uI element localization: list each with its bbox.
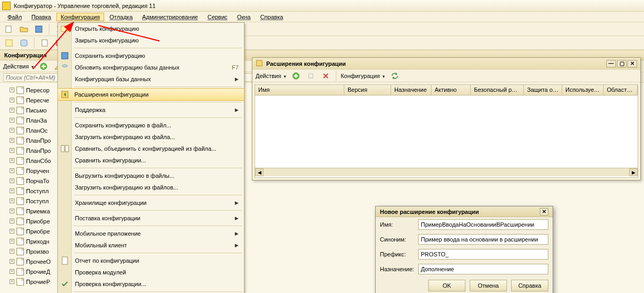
expand-icon[interactable]: +	[10, 88, 14, 92]
expand-icon[interactable]: +	[10, 178, 14, 183]
expand-icon[interactable]: +	[10, 158, 14, 163]
col-name[interactable]: Имя	[255, 85, 344, 95]
tb2-tree-icon[interactable]	[3, 37, 15, 49]
menu-check-config[interactable]: Проверка конфигурации...	[58, 278, 244, 290]
menu-save-file[interactable]: Сохранить конфигурацию в файл...	[58, 119, 244, 131]
menu-export-files[interactable]: Выгрузить конфигурацию в файлы...	[58, 170, 244, 182]
menu-admin[interactable]: Администрирование	[138, 13, 202, 21]
menu-check-modules[interactable]: Проверка модулей	[58, 266, 244, 278]
minimize-button[interactable]: —	[606, 60, 616, 67]
svg-rect-9	[42, 40, 47, 46]
menu-debug[interactable]: Отладка	[105, 13, 137, 21]
expand-icon[interactable]: +	[10, 148, 14, 153]
svg-rect-23	[257, 60, 262, 66]
menu-file[interactable]: Файл	[3, 13, 26, 21]
ok-button[interactable]: OK	[428, 280, 465, 291]
menu-db-config[interactable]: Конфигурация базы данных▶	[58, 73, 244, 85]
ext-delete-button[interactable]	[320, 70, 332, 82]
document-icon	[16, 157, 24, 165]
input-purpose[interactable]	[418, 264, 548, 274]
ext-grid[interactable]: Имя Версия Назначение Активно Безопасный…	[255, 84, 638, 178]
ext-copy-button[interactable]	[305, 70, 317, 82]
dlg-close-button[interactable]: ✕	[540, 208, 548, 216]
grid-hscroll[interactable]: ◀▶	[255, 168, 638, 176]
col-version[interactable]: Версия	[344, 85, 391, 95]
ext-refresh-button[interactable]	[389, 70, 401, 82]
col-active[interactable]: Активно	[431, 85, 471, 95]
expand-icon[interactable]: +	[10, 98, 14, 102]
expand-icon[interactable]: +	[10, 219, 14, 223]
menu-extensions[interactable]: Расширения конфигурации	[57, 88, 244, 101]
tb-save-icon[interactable]	[33, 23, 45, 35]
col-scope[interactable]: Область ...	[604, 85, 638, 95]
expand-icon[interactable]: +	[10, 269, 14, 274]
tree-label: ПорчаТо	[26, 178, 49, 184]
menu-import-files[interactable]: Загрузить конфигурацию из файлов...	[58, 182, 244, 193]
menu-edit[interactable]: Правка	[27, 13, 55, 21]
input-name[interactable]	[418, 219, 548, 230]
tb2-clipboard-icon[interactable]	[39, 37, 50, 49]
expand-icon[interactable]: +	[10, 168, 14, 173]
expand-icon[interactable]: +	[10, 128, 14, 133]
col-purpose[interactable]: Назначение	[391, 85, 431, 95]
expand-icon[interactable]: +	[10, 259, 14, 264]
input-prefix[interactable]	[418, 249, 548, 260]
tree-label: Пересче	[26, 97, 49, 104]
ext-config-dropdown[interactable]: Конфигурация ▼	[341, 73, 386, 79]
expand-icon[interactable]: +	[10, 188, 14, 193]
document-icon	[16, 97, 24, 104]
expand-icon[interactable]: +	[10, 138, 14, 143]
col-protect[interactable]: Защита от ...	[524, 85, 562, 95]
menu-repo[interactable]: Хранилище конфигурации▶	[58, 197, 244, 209]
expand-icon[interactable]: +	[10, 209, 14, 213]
menu-config[interactable]: Конфигурация	[56, 13, 104, 21]
menu-support[interactable]: Поддержка▶	[58, 104, 244, 116]
cancel-button[interactable]: Отмена	[470, 280, 507, 291]
lbl-prefix: Префикс:	[380, 251, 415, 257]
maximize-button[interactable]: ▢	[617, 60, 626, 67]
tb-open-icon[interactable]	[18, 23, 30, 35]
document-icon	[16, 117, 24, 124]
help-button[interactable]: Справка	[511, 280, 548, 291]
input-synonym[interactable]	[418, 234, 548, 245]
actions-dropdown[interactable]: Действия ▼	[3, 63, 35, 70]
expand-icon[interactable]: +	[10, 239, 14, 244]
menu-save-config[interactable]: Сохранить конфигурацию	[58, 50, 244, 62]
menu-open-config[interactable]: Открыть конфигурацию	[58, 23, 244, 35]
menu-windows[interactable]: Окна	[233, 13, 255, 21]
document-icon	[16, 197, 24, 205]
document-icon	[16, 248, 24, 255]
expand-icon[interactable]: +	[10, 108, 14, 113]
menu-mobile-app[interactable]: Мобильное приложение▶	[58, 228, 244, 239]
ext-add-button[interactable]	[290, 70, 302, 82]
tb2-db-icon[interactable]	[18, 37, 30, 49]
document-icon	[16, 268, 24, 275]
expand-icon[interactable]: +	[10, 118, 14, 123]
expand-icon[interactable]: +	[10, 229, 14, 234]
expand-icon[interactable]: +	[10, 249, 14, 254]
tb-new-icon[interactable]	[3, 23, 15, 35]
document-icon	[16, 177, 24, 185]
menu-report[interactable]: Отчет по конфигурации	[58, 255, 244, 266]
menu-mobile-client[interactable]: Мобильный клиент▶	[58, 239, 244, 251]
col-safe[interactable]: Безопасный реж...	[471, 85, 524, 95]
col-used[interactable]: Использует...	[562, 85, 604, 95]
expand-icon[interactable]: +	[10, 199, 14, 203]
ext-actions-dropdown[interactable]: Действия ▼	[256, 73, 287, 79]
tree-label: ПланПро	[26, 137, 51, 144]
menu-service[interactable]: Сервис	[203, 13, 232, 21]
menubar: Файл Правка Конфигурация Отладка Админис…	[0, 12, 644, 22]
expand-icon[interactable]: +	[10, 279, 14, 284]
menu-delivery[interactable]: Поставка конфигурации▶	[58, 212, 244, 224]
tree-label: Приобре	[26, 218, 50, 225]
close-button[interactable]: ✕	[628, 60, 637, 67]
menu-compare-file[interactable]: Сравнить, объединить с конфигурацией из …	[58, 143, 244, 154]
menu-update-db[interactable]: Обновить конфигурацию базы данныхF7	[58, 62, 244, 73]
menu-load-file[interactable]: Загрузить конфигурацию из файла...	[58, 131, 244, 143]
menu-close-config[interactable]: Закрыть конфигурацию	[58, 35, 244, 46]
svg-rect-20	[61, 145, 64, 152]
tree-label: Поступл	[26, 198, 49, 204]
add-icon[interactable]	[38, 61, 49, 72]
menu-compare[interactable]: Сравнить конфигурации...	[58, 154, 244, 166]
menu-help[interactable]: Справка	[256, 13, 287, 21]
